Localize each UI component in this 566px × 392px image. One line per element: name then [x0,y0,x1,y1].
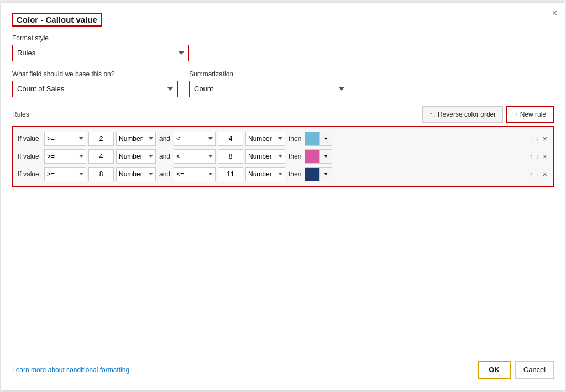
rule-then-2: then [287,170,302,178]
color-dropdown-btn-1[interactable]: ▾ [320,149,332,164]
rule-and-1: and [158,153,171,160]
if-value-label-2: If value [18,170,42,178]
rule-type2-0[interactable]: NumberPercentPercentile [245,132,285,146]
rule-type2-1[interactable]: NumberPercentPercentile [245,149,285,164]
rule-val1-input-1[interactable] [88,149,114,164]
rule-up-btn-2[interactable]: ↑ [528,170,534,178]
rule-up-btn-0[interactable]: ↑ [528,135,534,143]
rule-down-btn-1[interactable]: ↓ [535,153,541,160]
rule-op1-0[interactable]: >=><=<=is [44,132,86,146]
if-value-label-1: If value [18,153,42,160]
rule-then-0: then [287,135,302,143]
if-value-label-0: If value [18,135,42,143]
rule-delete-btn-0[interactable]: × [542,134,548,143]
format-style-select[interactable]: Rules Gradient Field value [12,45,189,61]
rule-row-1: If value>=><=<=isNumberPercentPercentile… [18,149,548,164]
reverse-color-order-button[interactable]: ↑↓ Reverse color order [422,106,504,123]
rule-op1-2[interactable]: >=><=<=is [44,167,86,181]
cancel-button[interactable]: Cancel [515,361,554,379]
rule-arrows-1: ↑↓× [528,152,548,161]
color-group-2: ▾ [305,167,332,181]
summarization-label: Summarization [189,70,349,78]
new-rule-button[interactable]: + New rule [506,106,554,123]
learn-more-link[interactable]: Learn more about conditional formatting [12,366,129,374]
rule-type1-2[interactable]: NumberPercentPercentile [116,167,156,181]
dialog-buttons: OK Cancel [478,361,554,379]
rule-up-btn-1[interactable]: ↑ [528,153,534,160]
rule-row-2: If value>=><=<=isNumberPercentPercentile… [18,167,548,181]
rule-down-btn-2[interactable]: ↓ [535,170,541,178]
dialog-container: × Color - Callout value Format style Rul… [1,3,565,390]
dialog-title: Color - Callout value [12,13,102,27]
rule-val1-input-0[interactable] [88,132,114,146]
rule-type1-0[interactable]: NumberPercentPercentile [116,132,156,146]
rule-and-2: and [158,170,171,178]
color-swatch-2[interactable] [305,167,320,181]
rules-actions: ↑↓ Reverse color order + New rule [422,106,554,123]
color-swatch-1[interactable] [305,149,320,164]
rule-val2-input-1[interactable] [218,149,243,164]
rule-type1-1[interactable]: NumberPercentPercentile [116,149,156,164]
rule-type2-2[interactable]: NumberPercentPercentile [245,167,285,181]
field-select[interactable]: Count of Sales [12,81,178,97]
rules-label: Rules [12,111,29,118]
ok-button[interactable]: OK [478,361,511,379]
rules-header: Rules ↑↓ Reverse color order + New rule [12,106,554,123]
color-dropdown-btn-2[interactable]: ▾ [320,167,332,181]
rule-op2-2[interactable]: >=><=<=is [174,167,216,181]
rule-op1-1[interactable]: >=><=<=is [44,149,86,164]
color-swatch-0[interactable] [305,132,320,146]
field-summarization-row: What field should we base this on? Count… [12,70,554,97]
field-label: What field should we base this on? [12,70,178,78]
rule-val1-input-2[interactable] [88,167,114,181]
rule-arrows-2: ↑↓× [528,170,548,179]
format-style-section: Format style Rules Gradient Field value [12,34,554,61]
rules-container: If value>=><=<=isNumberPercentPercentile… [12,126,554,187]
rule-row-0: If value>=><=<=isNumberPercentPercentile… [18,132,548,146]
rule-and-0: and [158,135,171,143]
color-dropdown-btn-0[interactable]: ▾ [320,132,332,146]
rule-val2-input-2[interactable] [218,167,243,181]
color-group-1: ▾ [305,149,332,164]
field-group: What field should we base this on? Count… [12,70,178,97]
rule-delete-btn-2[interactable]: × [542,170,548,179]
summarization-group: Summarization Count Sum Average Min Max [189,70,349,97]
bottom-section: Learn more about conditional formatting … [12,361,554,379]
color-group-0: ▾ [305,132,332,146]
rule-arrows-0: ↑↓× [528,134,548,143]
rule-op2-0[interactable]: >=><=<=is [174,132,216,146]
format-style-label: Format style [12,34,554,42]
rule-then-1: then [287,153,302,160]
summarization-select[interactable]: Count Sum Average Min Max [189,81,349,97]
rule-val2-input-0[interactable] [218,132,243,146]
rule-down-btn-0[interactable]: ↓ [535,135,541,143]
rule-delete-btn-1[interactable]: × [542,152,548,161]
rule-op2-1[interactable]: >=><=<=is [174,149,216,164]
close-button[interactable]: × [552,8,557,18]
